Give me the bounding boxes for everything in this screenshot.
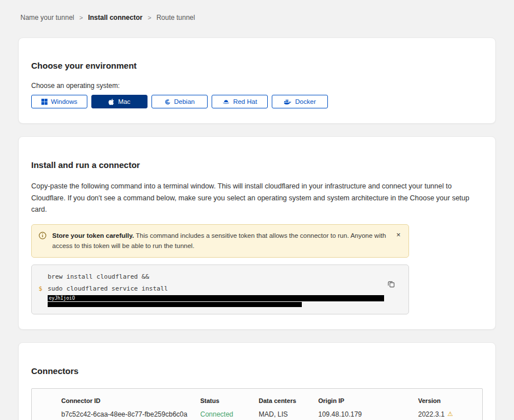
token-prefix: eyJhIjoiO <box>49 295 75 301</box>
connectors-card: Connectors Connector ID Status Data cent… <box>18 342 496 420</box>
connectors-table: Connector ID Status Data centers Origin … <box>31 388 483 420</box>
install-description: Copy-paste the following command into a … <box>31 180 482 216</box>
redacted-token-bar <box>48 302 302 307</box>
environment-card: Choose your environment Choose an operat… <box>18 37 496 124</box>
install-card: Install and run a connector Copy-paste t… <box>18 136 496 330</box>
alert-title: Store your token carefully. <box>52 232 134 239</box>
table-row[interactable]: b7c52c42-6caa-48ee-8c77-fbe259cb6c0a Con… <box>61 410 473 418</box>
apple-icon <box>108 98 115 106</box>
windows-icon <box>41 99 48 105</box>
debian-icon <box>165 99 171 105</box>
os-button-label: Docker <box>295 98 315 105</box>
command-line-1: brew install cloudflared && <box>48 271 401 283</box>
column-header-version: Version <box>418 397 473 404</box>
redacted-token-bar: eyJhIjoiO <box>48 295 384 301</box>
breadcrumb-separator: > <box>79 14 83 21</box>
shell-prompt: $ <box>39 271 44 307</box>
os-button-label: Debian <box>174 98 195 105</box>
warning-icon: ⚠ <box>448 411 453 417</box>
version-value: 2022.3.1 <box>418 410 445 418</box>
column-header-connector-id: Connector ID <box>61 397 200 404</box>
column-header-data-centers: Data centers <box>259 397 318 404</box>
data-centers-cell: MAD, LIS <box>259 410 318 418</box>
install-card-title: Install and run a connector <box>31 160 483 170</box>
os-button-debian[interactable]: Debian <box>151 95 208 108</box>
breadcrumb: Name your tunnel > Install connector > R… <box>0 0 514 22</box>
os-button-label: Windows <box>51 98 78 105</box>
token-warning-alert: Store your token carefully. This command… <box>31 224 409 258</box>
breadcrumb-separator: > <box>148 14 151 21</box>
version-cell: 2022.3.1 ⚠ <box>418 410 473 418</box>
close-icon[interactable]: × <box>395 231 402 238</box>
command-line-2: sudo cloudflared service install <box>48 283 401 295</box>
os-button-mac[interactable]: Mac <box>91 95 148 108</box>
os-button-label: Mac <box>118 98 130 105</box>
column-header-origin-ip: Origin IP <box>318 397 418 404</box>
alert-text: Store your token carefully. This command… <box>52 231 386 251</box>
breadcrumb-step-route-tunnel: Route tunnel <box>157 14 195 22</box>
status-badge: Connected <box>200 410 259 418</box>
redhat-icon <box>222 99 230 105</box>
info-icon <box>39 232 47 243</box>
os-button-redhat[interactable]: Red Hat <box>212 95 268 108</box>
breadcrumb-step-name-your-tunnel[interactable]: Name your tunnel <box>20 14 74 22</box>
breadcrumb-step-install-connector: Install connector <box>88 14 142 22</box>
os-button-docker[interactable]: Docker <box>272 95 328 108</box>
os-select-label: Choose an operating system: <box>31 82 483 90</box>
os-button-windows[interactable]: Windows <box>31 95 87 108</box>
docker-icon <box>284 99 292 105</box>
connector-id-cell: b7c52c42-6caa-48ee-8c77-fbe259cb6c0a <box>61 410 200 418</box>
connectors-card-title: Connectors <box>31 366 483 376</box>
os-button-label: Red Hat <box>233 98 257 105</box>
os-button-group: Windows Mac Debian Red Hat Docker <box>31 95 483 108</box>
column-header-status: Status <box>200 397 259 404</box>
command-lines: brew install cloudflared && sudo cloudfl… <box>48 271 401 307</box>
copy-icon[interactable] <box>386 279 396 291</box>
install-command-block: $ brew install cloudflared && sudo cloud… <box>31 264 409 314</box>
origin-ip-cell: 109.48.10.179 <box>318 410 418 418</box>
connectors-table-header: Connector ID Status Data centers Origin … <box>61 397 473 404</box>
environment-card-title: Choose your environment <box>31 61 483 71</box>
